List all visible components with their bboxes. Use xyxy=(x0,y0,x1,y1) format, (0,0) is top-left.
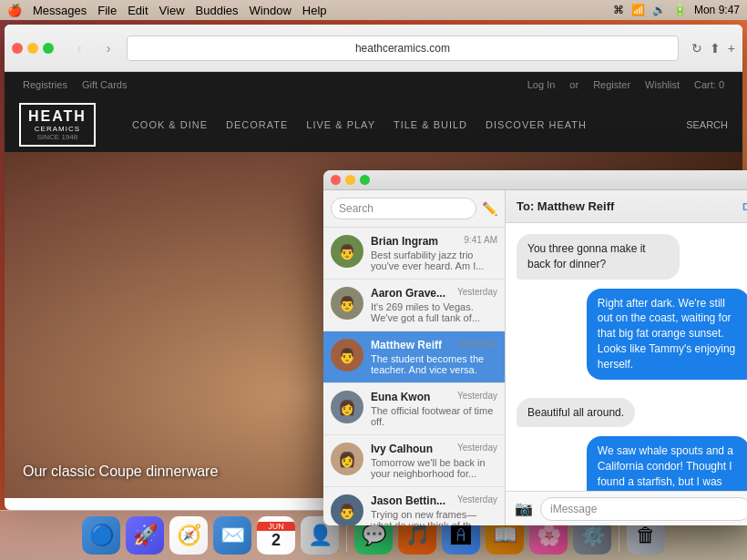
conv-preview-brian: Best surfability jazz trio you've ever h… xyxy=(371,249,497,271)
menubar-battery-icon: 🔋 xyxy=(673,4,687,16)
conv-name-aaron: Aaron Grave... xyxy=(371,287,445,300)
conversation-euna-kwon[interactable]: 👩 Euna Kwon Yesterday The official footw… xyxy=(323,383,505,435)
avatar-brian: 👨 xyxy=(331,235,363,268)
message-3: Beautiful all around. xyxy=(517,398,635,428)
menubar-file[interactable]: File xyxy=(97,4,117,17)
safari-maximize-button[interactable] xyxy=(43,43,54,54)
conversation-matthew-reiff[interactable]: 👨 Matthew Reiff Yesterday The student be… xyxy=(323,331,505,383)
menubar: 🍎 Messages File Edit View Buddies Window… xyxy=(0,0,747,20)
conv-info-ivy: Ivy Calhoun Yesterday Tomorrow we'll be … xyxy=(371,443,497,479)
heath-logo-sub: CERAMICS xyxy=(35,125,80,133)
heath-top-nav-left: Registries Gift Cards xyxy=(23,79,127,90)
heath-logo[interactable]: HEATH CERAMICS SINCE 1948 xyxy=(19,103,96,147)
menubar-wifi-icon: 📶 xyxy=(631,4,645,16)
apple-menu[interactable]: 🍎 xyxy=(7,4,22,17)
conv-preview-jason: Trying on new frames—what do you think o… xyxy=(371,509,497,525)
heath-login-link[interactable]: Log In xyxy=(527,79,556,90)
avatar-jason: 👨 xyxy=(331,494,363,525)
safari-add-tab-button[interactable]: + xyxy=(728,41,735,56)
heath-or-text: or xyxy=(569,79,578,90)
heath-nav-tile-build[interactable]: TILE & BUILD xyxy=(394,119,467,130)
safari-minimize-button[interactable] xyxy=(27,43,38,54)
heath-nav-live-play[interactable]: LIVE & PLAY xyxy=(306,119,375,130)
message-1: Right after dark. We're still out on the… xyxy=(587,289,747,380)
imessage-body: Search ✏️ 👨 Brian Ingram 9:41 AM Best su… xyxy=(323,190,747,525)
dock-item-calendar[interactable]: JUN 2 xyxy=(257,516,295,555)
imessage-camera-icon[interactable]: 📷 xyxy=(515,500,533,517)
menubar-view[interactable]: View xyxy=(159,4,185,17)
safari-refresh-button[interactable]: ↻ xyxy=(691,41,702,56)
conversation-jason-bettin[interactable]: 👨 Jason Bettin... Yesterday Trying on ne… xyxy=(323,487,505,525)
imessage-maximize-button[interactable] xyxy=(360,175,370,185)
menubar-buddies[interactable]: Buddies xyxy=(196,4,239,17)
menubar-help[interactable]: Help xyxy=(302,4,327,17)
safari-actions: ↻ ⬆ + xyxy=(691,41,735,56)
heath-top-nav-right: Log In or Register Wishlist Cart: 0 xyxy=(527,79,724,90)
menubar-window[interactable]: Window xyxy=(250,4,292,17)
heath-main-nav: HEATH CERAMICS SINCE 1948 COOK & DINE DE… xyxy=(5,97,742,152)
imessage-close-button[interactable] xyxy=(331,175,341,185)
safari-share-button[interactable]: ⬆ xyxy=(710,41,721,56)
imessage-minimize-button[interactable] xyxy=(345,175,355,185)
conversation-brian-ingram[interactable]: 👨 Brian Ingram 9:41 AM Best surfability … xyxy=(323,228,505,280)
conversation-ivy-calhoun[interactable]: 👩 Ivy Calhoun Yesterday Tomorrow we'll b… xyxy=(323,435,505,487)
conv-name-brian: Brian Ingram xyxy=(371,235,438,248)
heath-wishlist-link[interactable]: Wishlist xyxy=(645,79,680,90)
conv-name-jason: Jason Bettin... xyxy=(371,494,445,507)
conv-info-jason: Jason Bettin... Yesterday Trying on new … xyxy=(371,494,497,525)
conv-time-euna: Yesterday xyxy=(457,391,497,403)
conv-time-ivy: Yesterday xyxy=(457,443,497,455)
avatar-matthew: 👨 xyxy=(331,339,363,372)
conv-preview-matthew: The student becomes the teacher. And vic… xyxy=(371,353,497,375)
imessage-titlebar xyxy=(323,170,747,190)
safari-navigation: ‹ › xyxy=(67,38,121,58)
conv-name-ivy: Ivy Calhoun xyxy=(371,443,433,455)
menubar-bluetooth-icon: ⌘ xyxy=(613,4,624,16)
heath-registries-link[interactable]: Registries xyxy=(23,79,67,90)
dock-item-safari[interactable]: 🧭 xyxy=(169,516,208,555)
imessage-search-input[interactable]: Search xyxy=(331,198,476,219)
heath-top-nav: Registries Gift Cards Log In or Register… xyxy=(5,72,742,97)
conv-time-brian: 9:41 AM xyxy=(464,235,497,248)
dock-item-launchpad[interactable]: 🚀 xyxy=(126,516,164,555)
heath-nav-items: COOK & DINE DECORATE LIVE & PLAY TILE & … xyxy=(132,119,587,130)
safari-traffic-lights xyxy=(12,43,54,54)
heath-nav-decorate[interactable]: DECORATE xyxy=(226,119,288,130)
imessage-input-bar: 📷 iMessage xyxy=(506,491,747,525)
conv-info-aaron: Aaron Grave... Yesterday It's 269 miles … xyxy=(371,287,497,323)
conv-preview-aaron: It's 269 miles to Vegas. We've got a ful… xyxy=(371,301,497,323)
dock-item-mail[interactable]: ✉️ xyxy=(213,516,251,555)
desktop: ‹ › heathceramics.com ↻ ⬆ + Registries G… xyxy=(0,20,747,560)
conversation-aaron-grave[interactable]: 👨 Aaron Grave... Yesterday It's 269 mile… xyxy=(323,280,505,331)
avatar-euna: 👩 xyxy=(331,391,363,423)
safari-close-button[interactable] xyxy=(12,43,23,54)
conv-time-aaron: Yesterday xyxy=(457,287,497,300)
safari-back-button[interactable]: ‹ xyxy=(67,38,92,58)
chat-details-button[interactable]: D xyxy=(742,201,747,212)
heath-register-link[interactable]: Register xyxy=(593,79,630,90)
imessage-text-input[interactable]: iMessage xyxy=(540,497,747,521)
heath-logo-year: SINCE 1948 xyxy=(37,133,77,141)
menubar-volume-icon: 🔊 xyxy=(652,4,666,16)
avatar-ivy: 👩 xyxy=(331,443,363,475)
menubar-edit[interactable]: Edit xyxy=(128,4,148,17)
heath-gift-cards-link[interactable]: Gift Cards xyxy=(82,79,128,90)
heath-nav-cook-dine[interactable]: COOK & DINE xyxy=(132,119,208,130)
heath-search[interactable]: SEARCH xyxy=(686,119,728,130)
message-4: We saw whale spouts and a California con… xyxy=(587,436,747,491)
heath-logo-name: HEATH xyxy=(28,108,87,125)
heath-cart-link[interactable]: Cart: 0 xyxy=(694,79,724,90)
heath-nav-discover-heath[interactable]: DISCOVER HEATH xyxy=(486,119,587,130)
menubar-right: ⌘ 📶 🔊 🔋 Mon 9:47 xyxy=(613,4,740,16)
conv-preview-ivy: Tomorrow we'll be back in your neighborh… xyxy=(371,457,497,479)
chat-recipient: To: Matthew Reiff xyxy=(517,199,614,213)
safari-forward-button[interactable]: › xyxy=(96,38,121,58)
conv-name-matthew: Matthew Reiff xyxy=(371,339,442,351)
safari-url-bar[interactable]: heathceramics.com xyxy=(127,36,679,61)
dock-item-finder[interactable]: 🔵 xyxy=(82,516,120,555)
conv-info-brian: Brian Ingram 9:41 AM Best surfability ja… xyxy=(371,235,497,271)
imessage-compose-button[interactable]: ✏️ xyxy=(482,201,497,216)
imessage-window: Search ✏️ 👨 Brian Ingram 9:41 AM Best su… xyxy=(323,170,747,525)
imessage-conversations-list: 👨 Brian Ingram 9:41 AM Best surfability … xyxy=(323,228,505,525)
safari-toolbar: ‹ › heathceramics.com ↻ ⬆ + xyxy=(5,25,742,72)
